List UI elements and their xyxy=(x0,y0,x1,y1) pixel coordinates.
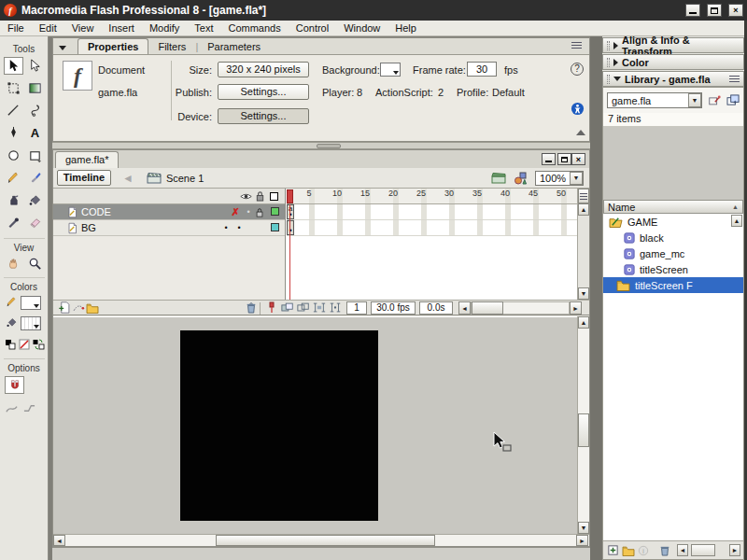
doc-minimize-button[interactable] xyxy=(542,153,556,165)
new-symbol-icon[interactable] xyxy=(607,544,619,556)
document-tab-game-fla[interactable]: game.fla* xyxy=(55,151,119,168)
new-library-window-icon[interactable] xyxy=(726,94,740,106)
menu-modify[interactable]: Modify xyxy=(142,21,187,35)
library-item-label[interactable]: titleScreen xyxy=(640,264,688,275)
timeline-vertical-scrollbar[interactable]: ▲ ▼ xyxy=(577,189,589,300)
menu-edit[interactable]: Edit xyxy=(32,21,64,35)
swap-colors-icon[interactable] xyxy=(33,339,45,350)
fill-color-swatch[interactable] xyxy=(21,316,41,330)
layer-name[interactable]: BG xyxy=(81,222,219,233)
eraser-tool[interactable] xyxy=(25,214,45,231)
document-size-button[interactable]: 320 x 240 pixels xyxy=(218,62,309,77)
line-tool[interactable] xyxy=(4,102,23,119)
layer-row-code[interactable]: CODE ✗ • xyxy=(53,204,285,220)
snap-to-objects-toggle[interactable] xyxy=(5,376,24,394)
timeline-zoom-dropdown[interactable]: 100% ▼ xyxy=(535,171,584,186)
menu-help[interactable]: Help xyxy=(388,21,424,35)
panel-splitter[interactable] xyxy=(52,142,590,149)
panel-grip[interactable] xyxy=(607,58,610,67)
panel-grip[interactable] xyxy=(607,75,610,84)
stage-vscroll-thumb[interactable] xyxy=(578,413,589,447)
no-color-icon[interactable] xyxy=(19,339,30,350)
sort-order-icon[interactable]: ▲ xyxy=(732,203,739,210)
layer-visible-dot[interactable]: • xyxy=(219,223,233,232)
frames-row-bg[interactable]: • xyxy=(287,220,577,236)
stroke-color-swatch[interactable] xyxy=(21,296,41,310)
brush-tool[interactable] xyxy=(25,169,45,187)
add-motion-guide-icon[interactable] xyxy=(71,301,85,315)
timeline-toggle-button[interactable]: Timeline xyxy=(57,170,111,186)
library-name-column-header[interactable]: Name ▲ xyxy=(603,200,743,214)
layer-lock-dot[interactable]: • xyxy=(242,207,255,217)
insert-layer-folder-icon[interactable] xyxy=(85,301,99,315)
tab-parameters[interactable]: Parameters xyxy=(198,39,270,54)
menu-view[interactable]: View xyxy=(64,21,102,35)
modify-onion-markers-icon[interactable] xyxy=(328,301,342,315)
stage-scroll-down-icon[interactable]: ▼ xyxy=(578,522,589,534)
edit-scene-icon[interactable] xyxy=(491,172,506,184)
insert-layer-icon[interactable] xyxy=(57,301,71,315)
menu-insert[interactable]: Insert xyxy=(101,21,142,35)
timeline-hscroll-thumb[interactable] xyxy=(472,301,503,315)
default-colors-icon[interactable] xyxy=(5,339,16,350)
stage-scroll-right-icon[interactable]: ► xyxy=(576,535,588,546)
menu-control[interactable]: Control xyxy=(289,21,336,35)
zoom-tool[interactable] xyxy=(25,255,45,273)
help-icon[interactable]: ? xyxy=(571,63,584,76)
layer-outline-color-swatch[interactable] xyxy=(268,207,281,217)
library-scroll-right-icon[interactable]: ► xyxy=(729,544,740,556)
minimize-button[interactable] xyxy=(685,4,700,17)
pen-tool[interactable] xyxy=(4,124,23,142)
lasso-tool[interactable] xyxy=(25,102,45,119)
selection-tool[interactable] xyxy=(4,57,23,75)
library-document-dropdown[interactable]: game.fla ▼ xyxy=(607,92,702,108)
library-item-game-mc[interactable]: game_mc xyxy=(603,245,743,261)
stage-scroll-left-icon[interactable]: ◄ xyxy=(53,535,65,546)
eyedropper-tool[interactable] xyxy=(4,214,23,231)
show-all-layers-as-outlines-icon[interactable] xyxy=(267,189,281,203)
onion-skin-outlines-icon[interactable] xyxy=(296,301,310,315)
library-item-titlescreen-f-selected[interactable]: titleScreen F xyxy=(603,277,743,293)
smooth-option-icon[interactable] xyxy=(5,402,19,414)
menu-commands[interactable]: Commands xyxy=(220,21,288,35)
frame-view-options-icon[interactable] xyxy=(578,189,589,203)
timeline-scroll-right-icon[interactable]: ► xyxy=(570,301,582,315)
timeline-scroll-left-icon[interactable]: ◄ xyxy=(458,301,471,315)
stage-scroll-up-icon[interactable]: ▲ xyxy=(578,316,589,329)
subselection-tool[interactable] xyxy=(25,57,45,75)
paint-bucket-tool[interactable] xyxy=(25,191,45,209)
scroll-up-icon[interactable]: ▲ xyxy=(578,203,589,216)
elapsed-time-indicator[interactable]: 0.0s xyxy=(419,301,453,315)
splitter-grip[interactable] xyxy=(317,144,341,148)
menu-file[interactable]: File xyxy=(0,21,32,35)
rectangle-tool[interactable] xyxy=(25,147,45,164)
dropdown-arrow-icon[interactable]: ▼ xyxy=(688,93,701,107)
oval-tool[interactable] xyxy=(4,147,23,164)
scene-name-label[interactable]: Scene 1 xyxy=(166,173,204,184)
stage-vertical-scrollbar[interactable]: ▲ ▼ xyxy=(577,316,589,534)
panel-grip[interactable] xyxy=(607,41,610,50)
library-item-folder-game[interactable]: GAME xyxy=(603,214,743,230)
ink-bottle-tool[interactable] xyxy=(4,191,23,209)
library-item-label[interactable]: game_mc xyxy=(640,248,684,259)
collapse-panel-icon[interactable] xyxy=(576,130,585,135)
onion-skin-icon[interactable] xyxy=(280,301,294,315)
keyframe-with-actions[interactable]: a• xyxy=(287,204,294,219)
library-hscroll-thumb[interactable] xyxy=(691,544,715,556)
gradient-transform-tool[interactable] xyxy=(25,79,45,97)
close-button[interactable]: × xyxy=(728,4,743,17)
library-list-scroll-up-icon[interactable]: ▲ xyxy=(731,215,742,227)
frame-ruler[interactable]: 5 10 15 20 25 30 35 40 45 50 xyxy=(287,189,577,204)
free-transform-tool[interactable] xyxy=(4,79,23,97)
new-folder-icon[interactable] xyxy=(622,545,635,556)
panel-options-menu-icon[interactable] xyxy=(571,42,582,49)
library-item-black[interactable]: black xyxy=(603,230,743,245)
playhead[interactable] xyxy=(287,189,293,203)
delete-item-trash-icon[interactable] xyxy=(659,544,670,556)
maximize-button[interactable] xyxy=(707,4,722,17)
zoom-dropdown-arrow-icon[interactable]: ▼ xyxy=(570,172,583,185)
frames-row-code[interactable]: a• xyxy=(287,204,577,220)
back-arrow-icon[interactable]: ◄ xyxy=(122,172,134,185)
keyframe[interactable]: • xyxy=(287,220,294,235)
menu-window[interactable]: Window xyxy=(336,21,388,35)
